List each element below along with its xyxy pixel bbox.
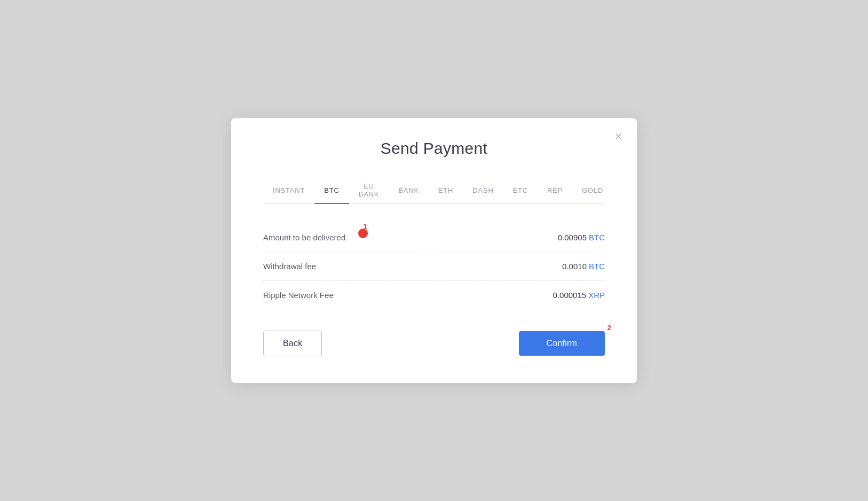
modal-title: Send Payment (263, 139, 605, 158)
action-buttons: Back 2 Confirm (263, 331, 605, 356)
tab-btc[interactable]: BTC (314, 177, 349, 203)
annotation-1-dot (358, 229, 368, 238)
ripple-value: 0.000015XRP (553, 291, 605, 300)
tab-bar: INSTANT BTC EU BANK BANK ETH DASH ETC RE… (263, 177, 605, 204)
tab-etc[interactable]: ETC (503, 177, 538, 203)
modal-dialog: × Send Payment INSTANT BTC EU BANK BANK … (231, 118, 637, 383)
amount-label: Amount to be delivered (263, 233, 345, 242)
confirm-wrap: 2 Confirm (519, 331, 605, 356)
fee-row-withdrawal: Withdrawal fee 0.0010BTC (263, 252, 605, 281)
confirm-button[interactable]: Confirm (519, 331, 605, 356)
overlay: × Send Payment INSTANT BTC EU BANK BANK … (0, 0, 868, 501)
tab-dash[interactable]: DASH (463, 177, 503, 203)
tab-gold[interactable]: GOLD (572, 177, 613, 203)
tab-instant[interactable]: INSTANT (263, 177, 314, 203)
ripple-label: Ripple Network Fee (263, 291, 334, 300)
withdrawal-value: 0.0010BTC (562, 262, 605, 271)
tab-eu-bank[interactable]: EU BANK (349, 177, 389, 203)
withdrawal-label: Withdrawal fee (263, 262, 316, 271)
amount-value: 0.00905BTC (558, 233, 605, 242)
tab-eth[interactable]: ETH (429, 177, 463, 203)
back-button[interactable]: Back (263, 331, 322, 356)
tab-rep[interactable]: REP (538, 177, 572, 203)
fee-row-ripple: Ripple Network Fee 0.000015XRP (263, 281, 605, 309)
tab-bank[interactable]: BANK (389, 177, 429, 203)
annotation-2-number: 2 (607, 324, 611, 332)
close-button[interactable]: × (613, 129, 624, 145)
fee-row-amount: 1 Amount to be delivered 0.00905BTC (263, 223, 605, 252)
fee-rows: 1 Amount to be delivered 0.00905BTC With… (263, 223, 605, 309)
